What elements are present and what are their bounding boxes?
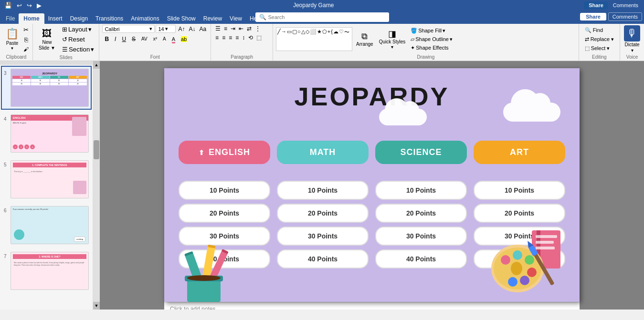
pts-sci-30[interactable]: 30 Points (375, 227, 467, 246)
shape-callout[interactable]: ⬜ (310, 29, 317, 50)
shape-line[interactable]: ╱ (277, 29, 281, 50)
font-family-dropdown[interactable]: Calibri ▾ (102, 25, 155, 33)
shape-heart[interactable]: ♡ (339, 29, 344, 50)
shape-rounded-rect[interactable]: ▢ (292, 29, 297, 50)
justify-btn[interactable]: ≡ (234, 34, 240, 41)
category-science[interactable]: SCIENCE (375, 141, 467, 164)
indent-more-btn[interactable]: ⇥ (229, 25, 237, 32)
shape-arrow[interactable]: → (281, 29, 286, 50)
columns-btn[interactable]: ⋮ (253, 25, 262, 32)
shape-effects-button[interactable]: ✦ Shape Effects (409, 44, 454, 52)
numbered-list-btn[interactable]: ≡ (222, 25, 229, 32)
tab-review[interactable]: Review (200, 13, 226, 24)
indent-less-btn[interactable]: ⇤ (237, 25, 245, 32)
quick-styles-button[interactable]: ◨ Quick Styles ▾ (377, 28, 408, 51)
pts-art-20[interactable]: 20 Points (474, 204, 565, 223)
tab-file[interactable]: File (2, 13, 19, 24)
find-button[interactable]: 🔍 Find (582, 26, 617, 34)
slide-thumb-3[interactable]: 3 JEOPARDY ENG MATH SCI ART 10 10 10 10 … (1, 66, 92, 110)
shape-brace[interactable]: { (331, 29, 333, 50)
align-left-btn[interactable]: ≡ (214, 34, 220, 41)
tab-slideshow[interactable]: Slide Show (163, 13, 200, 24)
comments-ribbon-btn[interactable]: Comments (608, 12, 642, 21)
scroll-down-btn[interactable]: ▼ (93, 302, 100, 310)
subscript-btn[interactable]: x² (151, 35, 159, 42)
search-input[interactable] (268, 14, 385, 20)
font-color-btn[interactable]: A (169, 34, 178, 43)
shape-cloud[interactable]: ☁ (333, 29, 338, 50)
pts-math-30[interactable]: 30 Points (277, 227, 369, 246)
layout-button[interactable]: ⊞ Layout ▾ (60, 25, 96, 34)
slide-thumb-6[interactable]: 6 If you answer correctly, you win 20 po… (1, 203, 92, 247)
text-shadow-btn[interactable]: A (160, 35, 169, 42)
reset-button[interactable]: ↺ Reset (60, 35, 96, 44)
category-art[interactable]: ART (474, 141, 565, 164)
shape-plus[interactable]: + (327, 29, 330, 50)
copy-button[interactable]: ⎘ (22, 35, 30, 44)
decrease-font-btn[interactable]: A↓ (187, 25, 197, 33)
paste-button[interactable]: 📋 Paste ▼ (3, 25, 21, 53)
line-spacing-btn[interactable]: ↕ (241, 34, 246, 41)
replace-button[interactable]: ⇄ Replace ▾ (582, 35, 617, 43)
italic-btn[interactable]: I (112, 35, 118, 43)
cut-button[interactable]: ✂ (22, 25, 30, 34)
new-slide-button[interactable]: 🖼 New Slide ▼ (36, 25, 58, 54)
shape-circle[interactable]: ○ (297, 29, 301, 50)
slide-thumb-4[interactable]: 4 ENGLISH ABCDE English 1 2 3 4 (1, 112, 92, 155)
rtl-btn[interactable]: ⇄ (245, 25, 253, 32)
slide-canvas[interactable]: JEOPARDY ⬆ ENGLISH MATH SCIENCE ART (164, 68, 580, 302)
tab-home[interactable]: Home (19, 13, 44, 24)
tab-transitions[interactable]: Transitions (92, 13, 127, 24)
tab-design[interactable]: Design (66, 13, 92, 24)
slide-thumb-5[interactable]: 5 1. COMPLETE THE SENTENCE The boy is __… (1, 157, 92, 201)
pts-math-20[interactable]: 20 Points (277, 204, 369, 223)
present-btn[interactable]: ▶ (35, 1, 43, 10)
align-right-btn[interactable]: ≡ (227, 34, 233, 41)
scroll-up-btn[interactable]: ▲ (93, 61, 100, 69)
font-size-dropdown[interactable]: 14 ▾ (156, 25, 176, 33)
sidebar-scrollbar[interactable]: ▲ ▼ (93, 61, 100, 310)
shape-pentagon[interactable]: ⬠ (322, 29, 327, 50)
shape-star[interactable]: ★ (317, 29, 322, 50)
bullet-list-btn[interactable]: ☰ (214, 25, 222, 32)
pts-math-10[interactable]: 10 Points (277, 181, 369, 200)
increase-font-btn[interactable]: A↑ (177, 25, 186, 33)
pts-sci-20[interactable]: 20 Points (375, 204, 467, 223)
tab-view[interactable]: View (226, 13, 246, 24)
align-center-btn[interactable]: ≡ (221, 34, 227, 41)
redo-btn[interactable]: ↪ (25, 1, 33, 10)
highlight-btn[interactable]: ab (179, 34, 189, 43)
comments-button[interactable]: Comments (610, 1, 641, 9)
bold-btn[interactable]: B (102, 35, 111, 43)
share-ribbon-btn[interactable]: Share (580, 13, 606, 21)
shape-outline-button[interactable]: ▱ Shape Outline ▾ (409, 36, 454, 43)
category-math[interactable]: MATH (277, 141, 369, 164)
underline-btn[interactable]: U (119, 35, 128, 43)
pts-sci-40[interactable]: 40 Points (375, 249, 467, 268)
pts-math-40[interactable]: 40 Points (277, 249, 369, 268)
shape-wave[interactable]: 〜 (344, 29, 349, 50)
pts-eng-10[interactable]: 10 Points (179, 181, 270, 200)
shape-diamond[interactable]: ◇ (306, 29, 309, 50)
char-spacing-btn[interactable]: AV (139, 35, 150, 42)
pts-eng-20[interactable]: 20 Points (179, 204, 270, 223)
undo-btn[interactable]: ↩ (15, 1, 23, 10)
shape-triangle[interactable]: △ (301, 29, 305, 50)
tab-insert[interactable]: Insert (44, 13, 66, 24)
section-button[interactable]: ☰ Section ▾ (60, 45, 96, 54)
save-btn[interactable]: 💾 (3, 1, 13, 10)
tab-animations[interactable]: Animations (127, 13, 163, 24)
share-button[interactable]: Share (584, 1, 608, 9)
pts-art-10[interactable]: 10 Points (474, 181, 565, 200)
clear-format-btn[interactable]: Aa (198, 25, 208, 33)
pts-sci-10[interactable]: 10 Points (375, 181, 467, 200)
strikethrough-btn[interactable]: S (129, 35, 138, 43)
text-direction-btn[interactable]: ⟲ (247, 34, 254, 41)
notes-bar[interactable]: Click to add notes (164, 302, 580, 310)
dictate-button[interactable]: 🎙 Dictate ▾ (624, 25, 640, 53)
slide-thumb-7[interactable]: 7 2. WHERE IS SHE? She wants a place to … (1, 249, 92, 293)
select-button[interactable]: ⬚ Select ▾ (582, 44, 617, 52)
smart-art-btn[interactable]: ⬚ (255, 34, 263, 41)
category-english[interactable]: ⬆ ENGLISH (179, 141, 270, 164)
arrange-button[interactable]: ⧉ Arrange (354, 31, 375, 48)
